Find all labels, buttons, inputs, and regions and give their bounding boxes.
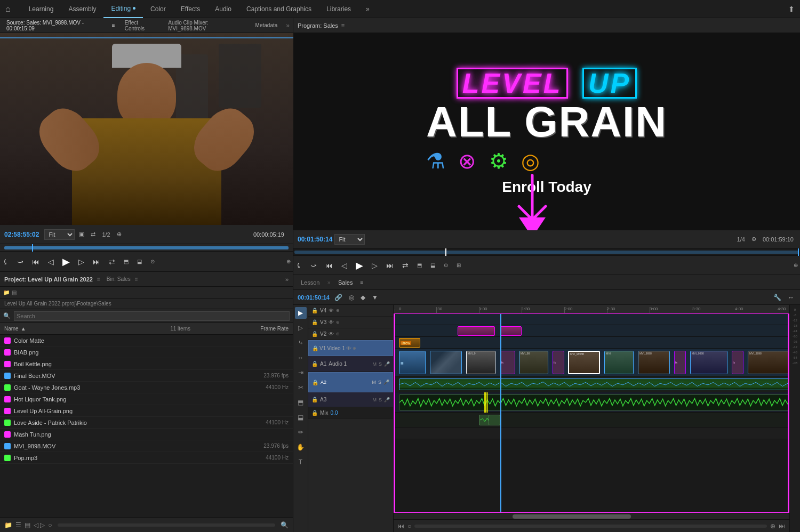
a3-solo[interactable]: S (379, 397, 382, 402)
a1-active-solo[interactable]: S (378, 380, 381, 385)
footer-icon-slider[interactable]: ◁ ▷ (34, 521, 45, 529)
clip-v3-pink2[interactable] (500, 326, 522, 336)
source-timeline[interactable] (0, 244, 293, 252)
a3-lock-icon[interactable]: 🔒 (311, 397, 318, 402)
project-item-5[interactable]: Hot Liquor Tank.png (0, 393, 293, 405)
clip-v1-mvi4[interactable]: MVI_9898 (690, 351, 727, 374)
source-fit-select[interactable]: Fit 100% 50% (44, 229, 75, 240)
clip-v1-fx4[interactable]: fx (732, 351, 743, 374)
source-overwrite-btn[interactable]: ⬓ (135, 257, 144, 265)
project-icon-list[interactable]: ▤ (12, 289, 17, 295)
tl-footer-zoom-out[interactable]: ○ (407, 522, 411, 530)
nav-color[interactable]: Color (143, 0, 173, 18)
v3-vis-icon[interactable]: 👁 (329, 319, 334, 325)
tl-zoom-slider[interactable] (414, 525, 767, 528)
track-row-v4[interactable] (394, 313, 789, 325)
audio-clip-a1-1[interactable] (399, 378, 789, 390)
source-frame-back-btn[interactable]: ◁ (46, 256, 56, 267)
source-tab-metadata[interactable]: Metadata (252, 22, 281, 28)
clip-v1-1[interactable]: ▦ (399, 351, 426, 374)
track-row-v2[interactable]: Brew (394, 337, 789, 349)
nav-effects[interactable]: Effects (173, 0, 207, 18)
source-insert-btn[interactable]: ⬒ (122, 257, 131, 265)
tool-pen[interactable]: ✏ (295, 426, 307, 438)
project-item-7[interactable]: Love Aside - Patrick Patrikio44100 Hz (0, 417, 293, 429)
clip-v3-pink1[interactable] (458, 326, 495, 336)
a1-mute[interactable]: M (372, 361, 377, 367)
a1-lock-icon[interactable]: 🔒 (311, 361, 318, 367)
track-row-v3[interactable] (394, 325, 789, 337)
tool-slip[interactable]: ⬒ (295, 397, 307, 408)
a3-rec[interactable]: 🎤 (384, 397, 390, 402)
source-frame-fwd-btn[interactable]: ▷ (76, 256, 86, 267)
clip-v1-mvi9898c[interactable]: MVI_9898 (638, 351, 670, 374)
clip-v1-2[interactable] (430, 351, 462, 374)
export-icon[interactable]: ⬆ (788, 5, 795, 13)
project-expand-icon[interactable]: » (285, 276, 289, 283)
nav-captions-graphics[interactable]: Captions and Graphics (239, 0, 319, 18)
audio-clip-a2-1[interactable] (399, 394, 789, 410)
timeline-tab-lesson[interactable]: Lesson (298, 279, 323, 286)
project-item-2[interactable]: Boil Kettle.png (0, 358, 293, 370)
source-tab-effect-controls[interactable]: Effect Controls (122, 20, 162, 31)
timeline-tab-sales[interactable]: Sales (335, 279, 356, 286)
v2-vis-icon[interactable]: 👁 (329, 331, 334, 337)
project-settings-icon[interactable]: ≡ (97, 276, 100, 282)
a1-active-rec[interactable]: 🎤 (383, 380, 389, 385)
clip-v1-fx2[interactable]: fx (553, 351, 564, 374)
track-row-v1[interactable]: ▦ MVI_9 fx MVI_ (394, 349, 789, 376)
clip-v1-mvi5[interactable]: MVI_9898 (748, 351, 789, 374)
prog-frame-back[interactable]: ◁ (339, 260, 349, 271)
timeline-canvas[interactable]: 0 :30 1:00 1:30 2:00 2:30 3:00 3:30 4:00… (394, 305, 789, 532)
source-step-fwd-btn[interactable]: ⏭ (91, 256, 102, 267)
clip-v1-fx3[interactable]: fx (674, 351, 686, 374)
tl-footer-zoom-in[interactable]: ⊕ (770, 522, 775, 530)
prog-frame-fwd[interactable]: ▷ (370, 260, 380, 271)
timeline-scroll-thumb[interactable] (513, 514, 631, 519)
v2-track-btn[interactable]: ⊕ (336, 332, 340, 336)
a3-mute[interactable]: M (372, 397, 377, 402)
a1-solo[interactable]: S (379, 361, 382, 367)
project-item-6[interactable]: Level Up All-Grain.png (0, 405, 293, 417)
nav-libraries[interactable]: Libraries (319, 0, 358, 18)
prog-play-btn[interactable]: ▶ (354, 259, 365, 272)
nav-assembly[interactable]: Assembly (61, 0, 103, 18)
tl-tool-more[interactable]: ▼ (370, 293, 380, 302)
tool-hand[interactable]: ✋ (295, 441, 307, 453)
mix-lock-icon[interactable]: 🔒 (311, 410, 318, 416)
source-toggle-icon[interactable]: ▣ (77, 230, 86, 239)
prog-compare[interactable]: ⊞ (454, 261, 463, 269)
track-row-a3[interactable] (394, 413, 789, 428)
clip-v1-mvi9898b[interactable]: MVI_9898B (568, 351, 600, 374)
tl-tool-link[interactable]: 🔗 (333, 293, 344, 302)
source-add-btn[interactable]: ⊕ (284, 257, 293, 265)
home-icon[interactable]: ⌂ (5, 4, 11, 14)
source-loop-btn[interactable]: ⇄ (107, 256, 117, 267)
track-row-a1[interactable] (394, 376, 789, 392)
v4-lock-icon[interactable]: 🔒 (311, 308, 318, 313)
track-row-a2[interactable] (394, 392, 789, 413)
prog-export[interactable]: ⬓ (428, 261, 437, 269)
tool-select-track[interactable]: ▷ (295, 322, 307, 334)
program-timeline-scrubber[interactable] (293, 248, 800, 256)
source-tab-audio-clip-mixer[interactable]: Audio Clip Mixer: MVI_9898.MOV (165, 20, 249, 31)
clip-v1-mvi98[interactable]: MVI_98 (519, 351, 548, 374)
source-camera-btn[interactable]: ⊙ (148, 257, 157, 265)
tool-rate-stretch[interactable]: ⇥ (295, 367, 307, 378)
prog-insert[interactable]: ⬒ (415, 261, 424, 269)
project-item-10[interactable]: Pop.mp344100 Hz (0, 452, 293, 464)
source-settings-icon[interactable]: ≡ (112, 22, 115, 28)
project-item-8[interactable]: Mash Tun.png (0, 429, 293, 440)
project-icon-new[interactable]: 📁 (3, 289, 10, 295)
footer-icon-zoom-out[interactable]: ○ (48, 521, 52, 529)
footer-slider-bar[interactable] (58, 523, 275, 527)
source-mark-in-btn[interactable]: ⤹ (0, 256, 11, 267)
v4-vis-icon[interactable]: 👁 (329, 308, 334, 313)
footer-icon-new-bin[interactable]: 📁 (4, 521, 12, 529)
tool-type[interactable]: T (295, 456, 307, 468)
timeline-ruler[interactable]: 0 :30 1:00 1:30 2:00 2:30 3:00 3:30 4:00… (394, 305, 789, 313)
v1-track-btn[interactable]: ⊕ (353, 346, 356, 351)
tool-slide[interactable]: ⬓ (295, 412, 307, 423)
program-fit-select[interactable]: Fit 100% (334, 234, 365, 245)
source-panel-expand[interactable]: » (286, 22, 290, 29)
